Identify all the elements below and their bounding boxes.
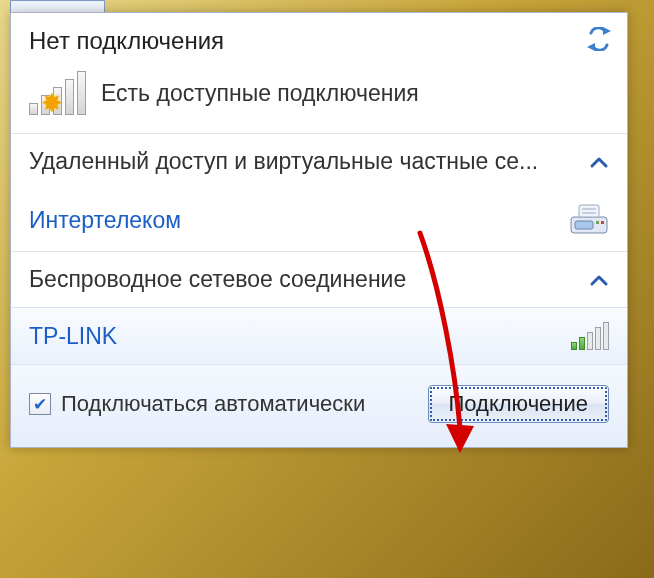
modem-icon bbox=[569, 203, 609, 237]
connect-panel: ✔ Подключаться автоматически Подключение bbox=[11, 364, 627, 447]
svg-rect-5 bbox=[601, 221, 604, 224]
svg-rect-3 bbox=[575, 221, 593, 229]
vpn-connection-item[interactable]: Интертелеком bbox=[11, 189, 627, 251]
network-flyout: Нет подключения ✸ Есть доступные подключ… bbox=[10, 12, 628, 448]
chevron-up-icon bbox=[589, 155, 609, 169]
svg-rect-4 bbox=[596, 221, 599, 224]
connect-button[interactable]: Подключение bbox=[428, 385, 610, 423]
chevron-up-icon bbox=[589, 273, 609, 287]
vpn-connection-name: Интертелеком bbox=[29, 207, 181, 234]
checkbox-icon: ✔ bbox=[29, 393, 51, 415]
signal-available-icon: ✸ bbox=[29, 71, 85, 115]
wifi-network-item[interactable]: TP-LINK bbox=[11, 307, 627, 364]
connection-status-title: Нет подключения bbox=[29, 27, 609, 55]
section-header-vpn[interactable]: Удаленный доступ и виртуальные частные с… bbox=[11, 134, 627, 189]
auto-connect-checkbox[interactable]: ✔ Подключаться автоматически bbox=[29, 391, 365, 417]
available-connections-row: ✸ Есть доступные подключения bbox=[29, 71, 609, 115]
svg-marker-0 bbox=[603, 27, 611, 35]
section-label: Удаленный доступ и виртуальные частные с… bbox=[29, 148, 538, 175]
section-label: Беспроводное сетевое соединение bbox=[29, 266, 406, 293]
svg-marker-1 bbox=[587, 43, 595, 51]
signal-strength-icon bbox=[571, 322, 609, 350]
auto-connect-label: Подключаться автоматически bbox=[61, 391, 365, 417]
wifi-network-name: TP-LINK bbox=[29, 323, 117, 350]
available-connections-label: Есть доступные подключения bbox=[101, 80, 419, 107]
flyout-header: Нет подключения ✸ Есть доступные подключ… bbox=[11, 13, 627, 133]
refresh-icon[interactable] bbox=[585, 27, 613, 51]
svg-rect-6 bbox=[579, 205, 599, 217]
section-header-wifi[interactable]: Беспроводное сетевое соединение bbox=[11, 252, 627, 307]
